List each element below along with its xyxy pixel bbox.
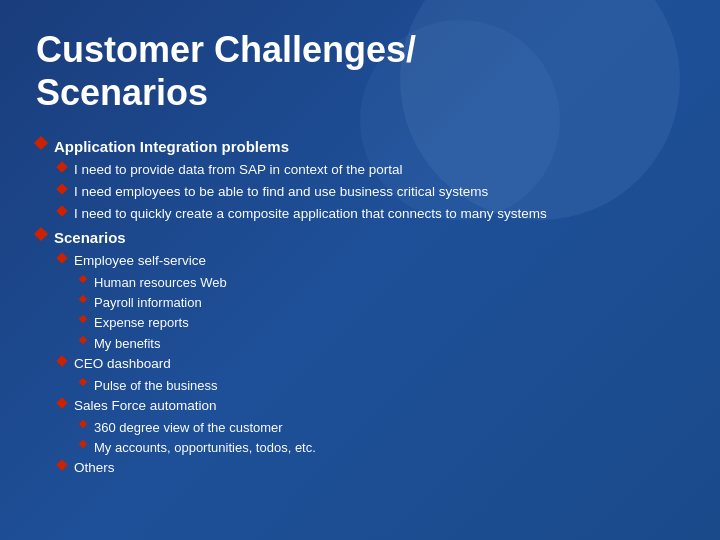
bullet-icon — [79, 440, 87, 448]
bullet-icon — [79, 295, 87, 303]
item-text: I need to quickly create a composite app… — [74, 205, 547, 224]
bullet-icon — [79, 419, 87, 427]
bullet-icon — [56, 355, 67, 366]
item-text: I need employees to be able to find and … — [74, 183, 488, 202]
item-text: Human resources Web — [94, 274, 227, 292]
list-item: 360 degree view of the customer — [36, 419, 684, 437]
item-text: Sales Force automation — [74, 397, 217, 416]
page-title: Customer Challenges/ Scenarios — [36, 28, 684, 114]
list-item: My accounts, opportunities, todos, etc. — [36, 439, 684, 457]
bullet-icon — [79, 275, 87, 283]
bullet-icon — [79, 315, 87, 323]
list-item: Payroll information — [36, 294, 684, 312]
bullet-icon — [56, 205, 67, 216]
bullet-icon — [56, 252, 67, 263]
content-list: Application Integration problemsI need t… — [36, 136, 684, 478]
list-item: Expense reports — [36, 314, 684, 332]
bullet-icon — [34, 227, 48, 241]
item-text: Application Integration problems — [54, 136, 289, 157]
list-item: Employee self-service — [36, 252, 684, 271]
list-item: I need to quickly create a composite app… — [36, 205, 684, 224]
bullet-icon — [56, 162, 67, 173]
main-content: Customer Challenges/ Scenarios Applicati… — [0, 0, 720, 501]
item-text: 360 degree view of the customer — [94, 419, 283, 437]
list-item: I need employees to be able to find and … — [36, 183, 684, 202]
bullet-icon — [34, 136, 48, 150]
bullet-icon — [56, 459, 67, 470]
item-text: Others — [74, 459, 115, 478]
list-item: I need to provide data from SAP in conte… — [36, 161, 684, 180]
item-text: Scenarios — [54, 227, 126, 248]
item-text: My benefits — [94, 335, 160, 353]
list-item: Pulse of the business — [36, 377, 684, 395]
list-item: Sales Force automation — [36, 397, 684, 416]
bullet-icon — [79, 377, 87, 385]
item-text: CEO dashboard — [74, 355, 171, 374]
list-item: CEO dashboard — [36, 355, 684, 374]
item-text: Payroll information — [94, 294, 202, 312]
item-text: Employee self-service — [74, 252, 206, 271]
item-text: My accounts, opportunities, todos, etc. — [94, 439, 316, 457]
item-text: Expense reports — [94, 314, 189, 332]
bullet-icon — [56, 184, 67, 195]
list-item: Others — [36, 459, 684, 478]
bullet-icon — [79, 335, 87, 343]
list-item: My benefits — [36, 335, 684, 353]
list-item: Application Integration problems — [36, 136, 684, 157]
item-text: I need to provide data from SAP in conte… — [74, 161, 402, 180]
list-item: Human resources Web — [36, 274, 684, 292]
list-item: Scenarios — [36, 227, 684, 248]
item-text: Pulse of the business — [94, 377, 218, 395]
bullet-icon — [56, 397, 67, 408]
